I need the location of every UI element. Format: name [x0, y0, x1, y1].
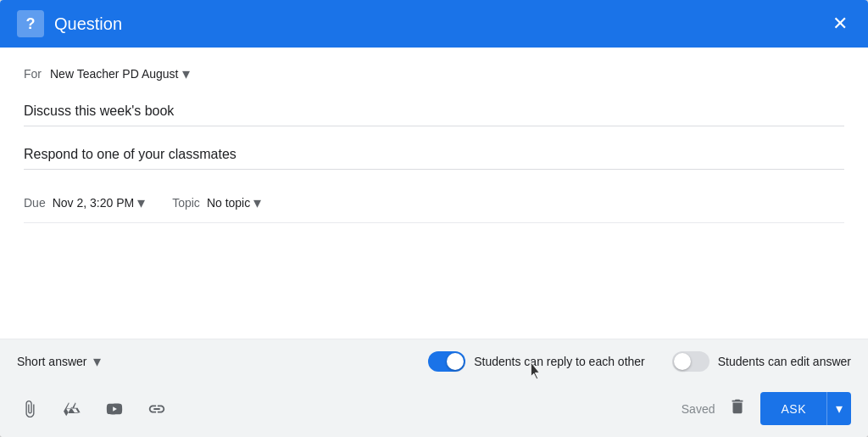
edit-toggle-thumb: [674, 353, 691, 370]
due-topic-row: Due Nov 2, 3:20 PM ▾ Topic No topic ▾: [24, 183, 844, 223]
edit-toggle[interactable]: [672, 351, 709, 372]
due-value-text: Nov 2, 3:20 PM: [53, 196, 135, 210]
attach-file-button[interactable]: [17, 396, 42, 422]
ask-button-group: ASK ▾: [760, 392, 851, 425]
header-left: ? Question: [17, 10, 122, 37]
question-details-input[interactable]: [24, 140, 844, 170]
topic-chevron-icon: ▾: [253, 193, 261, 212]
reply-toggle[interactable]: [428, 351, 465, 372]
short-answer-chevron-icon[interactable]: ▾: [93, 352, 101, 371]
footer-top: Short answer ▾ Students can reply to eac…: [0, 339, 868, 384]
for-row: For New Teacher PD August ▾: [24, 64, 844, 83]
topic-label: Topic: [172, 196, 200, 210]
modal-header: ? Question ✕: [0, 0, 868, 48]
for-label: For: [24, 67, 42, 81]
topic-dropdown[interactable]: No topic ▾: [207, 193, 261, 212]
due-label: Due: [24, 196, 46, 210]
due-dropdown[interactable]: Nov 2, 3:20 PM ▾: [53, 193, 146, 212]
link-button[interactable]: [144, 396, 170, 422]
actions-row: Saved ASK ▾: [682, 392, 851, 425]
due-chevron-icon: ▾: [137, 193, 145, 212]
footer-bottom: Saved ASK ▾: [0, 384, 868, 437]
youtube-button[interactable]: [102, 396, 127, 422]
for-chevron-icon: ▾: [182, 64, 190, 83]
reply-toggle-label: Students can reply to each other: [474, 355, 645, 368]
edit-toggle-label: Students can edit answer: [718, 355, 851, 368]
question-modal: ? Question ✕ For New Teacher PD August ▾…: [0, 0, 868, 437]
edit-toggle-group: Students can edit answer: [672, 351, 851, 372]
short-answer-row: Short answer ▾: [17, 352, 101, 371]
ask-button[interactable]: ASK: [760, 392, 826, 425]
for-dropdown[interactable]: New Teacher PD August ▾: [50, 64, 190, 83]
modal-title: Question: [54, 14, 122, 34]
close-button[interactable]: ✕: [829, 11, 851, 36]
saved-label: Saved: [682, 402, 715, 416]
modal-body: For New Teacher PD August ▾ Due Nov 2, 3…: [0, 48, 868, 339]
reply-toggle-group: Students can reply to each other: [428, 351, 645, 372]
topic-value-text: No topic: [207, 196, 250, 210]
short-answer-label: Short answer: [17, 355, 86, 368]
attachment-icons: [17, 396, 170, 422]
delete-button[interactable]: [725, 394, 750, 423]
google-drive-button[interactable]: [59, 396, 85, 422]
ask-dropdown-button[interactable]: ▾: [826, 392, 851, 425]
toggles-row: Students can reply to each other Student…: [428, 351, 851, 372]
due-section: Due Nov 2, 3:20 PM ▾: [24, 193, 145, 212]
question-title-input[interactable]: [24, 97, 844, 126]
topic-section: Topic No topic ▾: [172, 193, 261, 212]
question-icon: ?: [17, 10, 44, 37]
for-value-text: New Teacher PD August: [50, 67, 179, 81]
